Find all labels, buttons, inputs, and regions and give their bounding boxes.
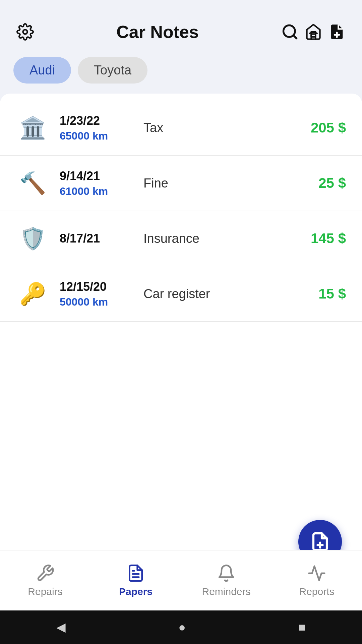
record-type: Fine [143, 176, 276, 191]
recent-button[interactable]: ■ [298, 620, 306, 634]
record-date: 9/14/21 [60, 169, 133, 183]
record-icon-register: 🔑 [16, 277, 50, 311]
record-date: 12/15/20 [60, 280, 133, 294]
svg-line-2 [293, 35, 296, 38]
svg-point-0 [23, 30, 27, 34]
system-nav: ◀ ● ■ [0, 610, 362, 644]
record-icon-tax: 🏛️ [16, 111, 50, 145]
add-document-button[interactable] [325, 20, 349, 44]
tab-toyota[interactable]: Toyota [78, 57, 147, 84]
record-amount: 205 $ [286, 120, 346, 136]
record-type: Tax [143, 121, 276, 135]
search-button[interactable] [278, 20, 302, 44]
record-row[interactable]: 🏛️ 1/23/22 65000 km Tax 205 $ [0, 100, 362, 156]
record-amount: 25 $ [286, 175, 346, 191]
record-date: 8/17/21 [60, 231, 133, 246]
record-amount: 15 $ [286, 286, 346, 302]
record-km: 65000 km [60, 130, 133, 142]
app-title: Car Notes [37, 22, 278, 42]
record-km: 50000 km [60, 296, 133, 308]
record-row[interactable]: 🔨 9/14/21 61000 km Fine 25 $ [0, 156, 362, 211]
record-date: 1/23/22 [60, 114, 133, 128]
content-wrapper: 🏛️ 1/23/22 65000 km Tax 205 $ 🔨 9/14/21 … [0, 94, 362, 644]
bottom-nav: Repairs Papers Reminders [0, 550, 362, 610]
record-icon-insurance: 🛡️ [16, 222, 50, 255]
back-button[interactable]: ◀ [56, 620, 66, 634]
nav-repairs-label: Repairs [28, 586, 62, 597]
record-info: 8/17/21 [60, 231, 133, 246]
record-row[interactable]: 🔑 12/15/20 50000 km Car register 15 $ [0, 266, 362, 322]
record-amount: 145 $ [286, 230, 346, 247]
record-icon-fine: 🔨 [16, 166, 50, 200]
nav-papers[interactable]: Papers [90, 550, 181, 610]
record-type: Car register [143, 287, 276, 301]
nav-reminders[interactable]: Reminders [181, 550, 272, 610]
nav-repairs[interactable]: Repairs [0, 550, 90, 610]
settings-button[interactable] [13, 20, 37, 44]
record-info: 9/14/21 61000 km [60, 169, 133, 198]
home-button[interactable]: ● [178, 620, 186, 634]
svg-rect-3 [311, 34, 316, 37]
record-km: 61000 km [60, 185, 133, 198]
nav-papers-label: Papers [119, 586, 153, 597]
record-type: Insurance [143, 231, 276, 246]
record-info: 12/15/20 50000 km [60, 280, 133, 308]
garage-button[interactable] [302, 20, 325, 44]
nav-reports[interactable]: Reports [272, 550, 362, 610]
tab-audi[interactable]: Audi [13, 57, 71, 84]
app-header: Car Notes [0, 0, 362, 54]
record-info: 1/23/22 65000 km [60, 114, 133, 142]
car-tabs: Audi Toyota [0, 54, 362, 94]
record-row[interactable]: 🛡️ 8/17/21 Insurance 145 $ [0, 211, 362, 266]
nav-reminders-label: Reminders [202, 586, 250, 597]
nav-reports-label: Reports [299, 586, 334, 597]
